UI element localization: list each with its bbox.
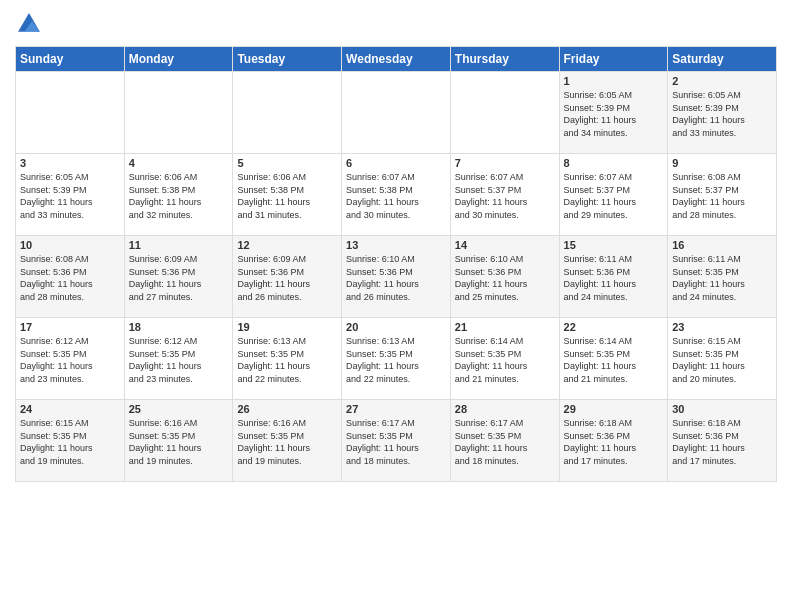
day-number: 26 — [237, 403, 337, 415]
day-info: Sunrise: 6:05 AM Sunset: 5:39 PM Dayligh… — [564, 89, 664, 139]
day-info: Sunrise: 6:05 AM Sunset: 5:39 PM Dayligh… — [20, 171, 120, 221]
day-number: 24 — [20, 403, 120, 415]
calendar-cell: 29Sunrise: 6:18 AM Sunset: 5:36 PM Dayli… — [559, 400, 668, 482]
week-row-0: 1Sunrise: 6:05 AM Sunset: 5:39 PM Daylig… — [16, 72, 777, 154]
calendar-cell: 12Sunrise: 6:09 AM Sunset: 5:36 PM Dayli… — [233, 236, 342, 318]
day-info: Sunrise: 6:11 AM Sunset: 5:36 PM Dayligh… — [564, 253, 664, 303]
calendar-cell: 9Sunrise: 6:08 AM Sunset: 5:37 PM Daylig… — [668, 154, 777, 236]
calendar-cell: 5Sunrise: 6:06 AM Sunset: 5:38 PM Daylig… — [233, 154, 342, 236]
day-number: 2 — [672, 75, 772, 87]
day-info: Sunrise: 6:07 AM Sunset: 5:38 PM Dayligh… — [346, 171, 446, 221]
calendar-cell: 4Sunrise: 6:06 AM Sunset: 5:38 PM Daylig… — [124, 154, 233, 236]
day-info: Sunrise: 6:18 AM Sunset: 5:36 PM Dayligh… — [564, 417, 664, 467]
day-info: Sunrise: 6:14 AM Sunset: 5:35 PM Dayligh… — [564, 335, 664, 385]
day-info: Sunrise: 6:05 AM Sunset: 5:39 PM Dayligh… — [672, 89, 772, 139]
calendar-cell: 13Sunrise: 6:10 AM Sunset: 5:36 PM Dayli… — [342, 236, 451, 318]
day-number: 25 — [129, 403, 229, 415]
calendar-cell: 22Sunrise: 6:14 AM Sunset: 5:35 PM Dayli… — [559, 318, 668, 400]
calendar-cell: 19Sunrise: 6:13 AM Sunset: 5:35 PM Dayli… — [233, 318, 342, 400]
day-header-sunday: Sunday — [16, 47, 125, 72]
day-header-friday: Friday — [559, 47, 668, 72]
week-row-1: 3Sunrise: 6:05 AM Sunset: 5:39 PM Daylig… — [16, 154, 777, 236]
logo — [15, 10, 47, 38]
day-number: 19 — [237, 321, 337, 333]
week-row-4: 24Sunrise: 6:15 AM Sunset: 5:35 PM Dayli… — [16, 400, 777, 482]
day-number: 6 — [346, 157, 446, 169]
day-number: 30 — [672, 403, 772, 415]
day-info: Sunrise: 6:10 AM Sunset: 5:36 PM Dayligh… — [346, 253, 446, 303]
calendar-cell: 21Sunrise: 6:14 AM Sunset: 5:35 PM Dayli… — [450, 318, 559, 400]
day-number: 18 — [129, 321, 229, 333]
calendar-cell: 8Sunrise: 6:07 AM Sunset: 5:37 PM Daylig… — [559, 154, 668, 236]
day-info: Sunrise: 6:16 AM Sunset: 5:35 PM Dayligh… — [129, 417, 229, 467]
week-row-3: 17Sunrise: 6:12 AM Sunset: 5:35 PM Dayli… — [16, 318, 777, 400]
day-number: 15 — [564, 239, 664, 251]
header — [15, 10, 777, 38]
day-number: 1 — [564, 75, 664, 87]
day-number: 16 — [672, 239, 772, 251]
day-info: Sunrise: 6:09 AM Sunset: 5:36 PM Dayligh… — [237, 253, 337, 303]
calendar-cell: 3Sunrise: 6:05 AM Sunset: 5:39 PM Daylig… — [16, 154, 125, 236]
day-number: 21 — [455, 321, 555, 333]
day-info: Sunrise: 6:15 AM Sunset: 5:35 PM Dayligh… — [20, 417, 120, 467]
day-number: 5 — [237, 157, 337, 169]
day-info: Sunrise: 6:12 AM Sunset: 5:35 PM Dayligh… — [129, 335, 229, 385]
calendar-cell: 27Sunrise: 6:17 AM Sunset: 5:35 PM Dayli… — [342, 400, 451, 482]
calendar-cell: 30Sunrise: 6:18 AM Sunset: 5:36 PM Dayli… — [668, 400, 777, 482]
calendar-cell: 23Sunrise: 6:15 AM Sunset: 5:35 PM Dayli… — [668, 318, 777, 400]
day-info: Sunrise: 6:10 AM Sunset: 5:36 PM Dayligh… — [455, 253, 555, 303]
day-info: Sunrise: 6:12 AM Sunset: 5:35 PM Dayligh… — [20, 335, 120, 385]
calendar-table: SundayMondayTuesdayWednesdayThursdayFrid… — [15, 46, 777, 482]
day-header-tuesday: Tuesday — [233, 47, 342, 72]
day-number: 20 — [346, 321, 446, 333]
day-number: 9 — [672, 157, 772, 169]
day-number: 11 — [129, 239, 229, 251]
day-number: 4 — [129, 157, 229, 169]
day-info: Sunrise: 6:08 AM Sunset: 5:37 PM Dayligh… — [672, 171, 772, 221]
calendar-cell: 11Sunrise: 6:09 AM Sunset: 5:36 PM Dayli… — [124, 236, 233, 318]
day-header-saturday: Saturday — [668, 47, 777, 72]
week-row-2: 10Sunrise: 6:08 AM Sunset: 5:36 PM Dayli… — [16, 236, 777, 318]
day-number: 7 — [455, 157, 555, 169]
calendar-cell — [233, 72, 342, 154]
day-info: Sunrise: 6:18 AM Sunset: 5:36 PM Dayligh… — [672, 417, 772, 467]
calendar-cell: 1Sunrise: 6:05 AM Sunset: 5:39 PM Daylig… — [559, 72, 668, 154]
day-info: Sunrise: 6:13 AM Sunset: 5:35 PM Dayligh… — [237, 335, 337, 385]
day-info: Sunrise: 6:16 AM Sunset: 5:35 PM Dayligh… — [237, 417, 337, 467]
day-number: 13 — [346, 239, 446, 251]
calendar-cell: 20Sunrise: 6:13 AM Sunset: 5:35 PM Dayli… — [342, 318, 451, 400]
day-number: 29 — [564, 403, 664, 415]
day-info: Sunrise: 6:17 AM Sunset: 5:35 PM Dayligh… — [455, 417, 555, 467]
calendar-cell: 7Sunrise: 6:07 AM Sunset: 5:37 PM Daylig… — [450, 154, 559, 236]
calendar-cell: 18Sunrise: 6:12 AM Sunset: 5:35 PM Dayli… — [124, 318, 233, 400]
day-number: 22 — [564, 321, 664, 333]
calendar-cell: 24Sunrise: 6:15 AM Sunset: 5:35 PM Dayli… — [16, 400, 125, 482]
day-info: Sunrise: 6:07 AM Sunset: 5:37 PM Dayligh… — [455, 171, 555, 221]
day-info: Sunrise: 6:15 AM Sunset: 5:35 PM Dayligh… — [672, 335, 772, 385]
day-header-monday: Monday — [124, 47, 233, 72]
day-info: Sunrise: 6:14 AM Sunset: 5:35 PM Dayligh… — [455, 335, 555, 385]
day-number: 17 — [20, 321, 120, 333]
day-info: Sunrise: 6:06 AM Sunset: 5:38 PM Dayligh… — [237, 171, 337, 221]
day-info: Sunrise: 6:08 AM Sunset: 5:36 PM Dayligh… — [20, 253, 120, 303]
page: SundayMondayTuesdayWednesdayThursdayFrid… — [0, 0, 792, 492]
day-number: 10 — [20, 239, 120, 251]
calendar-cell: 16Sunrise: 6:11 AM Sunset: 5:35 PM Dayli… — [668, 236, 777, 318]
day-info: Sunrise: 6:07 AM Sunset: 5:37 PM Dayligh… — [564, 171, 664, 221]
day-info: Sunrise: 6:06 AM Sunset: 5:38 PM Dayligh… — [129, 171, 229, 221]
day-number: 28 — [455, 403, 555, 415]
calendar-cell: 2Sunrise: 6:05 AM Sunset: 5:39 PM Daylig… — [668, 72, 777, 154]
calendar-cell — [16, 72, 125, 154]
calendar-cell: 26Sunrise: 6:16 AM Sunset: 5:35 PM Dayli… — [233, 400, 342, 482]
calendar-cell: 10Sunrise: 6:08 AM Sunset: 5:36 PM Dayli… — [16, 236, 125, 318]
day-number: 14 — [455, 239, 555, 251]
day-number: 27 — [346, 403, 446, 415]
logo-icon — [15, 10, 43, 38]
day-info: Sunrise: 6:13 AM Sunset: 5:35 PM Dayligh… — [346, 335, 446, 385]
day-number: 8 — [564, 157, 664, 169]
header-row: SundayMondayTuesdayWednesdayThursdayFrid… — [16, 47, 777, 72]
calendar-cell: 28Sunrise: 6:17 AM Sunset: 5:35 PM Dayli… — [450, 400, 559, 482]
day-number: 23 — [672, 321, 772, 333]
calendar-cell — [342, 72, 451, 154]
calendar-cell: 17Sunrise: 6:12 AM Sunset: 5:35 PM Dayli… — [16, 318, 125, 400]
